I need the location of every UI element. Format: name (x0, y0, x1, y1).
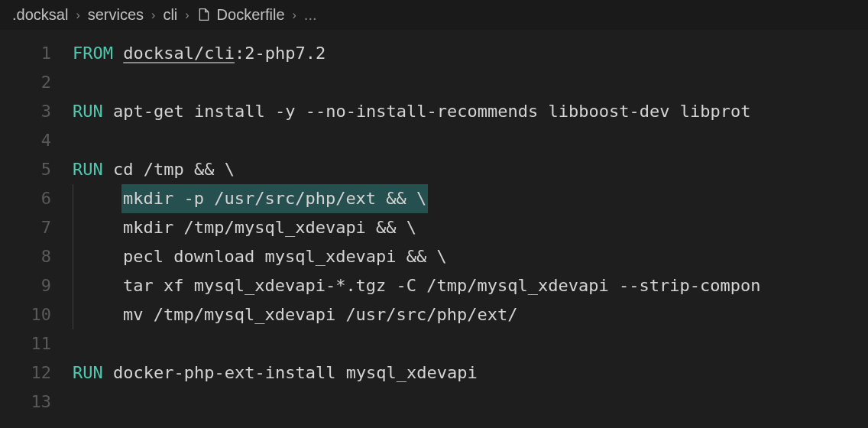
chevron-right-icon: › (293, 8, 296, 22)
line-number-gutter: 1 2 3 4 5 6 7 8 9 10 11 12 13 (0, 39, 73, 417)
line-number: 3 (0, 97, 51, 126)
line-number: 5 (0, 155, 51, 184)
breadcrumb-more[interactable]: ... (304, 6, 317, 24)
code-line[interactable] (73, 126, 868, 155)
code-line[interactable]: pecl download mysql_xdevapi && \ (73, 242, 868, 271)
shell-command: apt-get install -y --no-install-recommen… (103, 102, 751, 121)
code-content[interactable]: FROM docksal/cli:2-php7.2 RUN apt-get in… (73, 39, 868, 417)
code-line[interactable]: mv /tmp/mysql_xdevapi /usr/src/php/ext/ (73, 300, 868, 329)
breadcrumb: .docksal › services › cli › Dockerfile ›… (0, 0, 868, 30)
line-number: 11 (0, 329, 51, 358)
breadcrumb-item[interactable]: cli (163, 6, 177, 24)
keyword-run: RUN (73, 160, 103, 179)
line-number: 12 (0, 358, 51, 387)
selected-text: mkdir -p /usr/src/php/ext && \ (121, 184, 428, 213)
line-number: 13 (0, 387, 51, 417)
line-number: 7 (0, 213, 51, 242)
docker-tag: :2-php7.2 (235, 44, 326, 63)
breadcrumb-item[interactable]: .docksal (12, 6, 68, 24)
docker-image: docksal/cli (123, 44, 235, 63)
code-line[interactable] (73, 329, 868, 358)
shell-command: mv /tmp/mysql_xdevapi /usr/src/php/ext/ (123, 305, 518, 324)
breadcrumb-item[interactable]: Dockerfile (217, 6, 285, 24)
code-line[interactable]: mkdir -p /usr/src/php/ext && \ (73, 184, 868, 213)
keyword-from: FROM (73, 44, 113, 63)
code-line[interactable]: RUN apt-get install -y --no-install-reco… (73, 97, 868, 126)
keyword-run: RUN (73, 363, 103, 382)
chevron-right-icon: › (185, 8, 189, 22)
shell-command: cd /tmp && \ (103, 160, 235, 179)
code-line[interactable]: tar xf mysql_xdevapi-*.tgz -C /tmp/mysql… (73, 271, 868, 300)
chevron-right-icon: › (76, 8, 79, 22)
keyword-run: RUN (73, 102, 103, 121)
line-number: 6 (0, 184, 51, 213)
code-line[interactable]: RUN cd /tmp && \ (73, 155, 868, 184)
shell-command: docker-php-ext-install mysql_xdevapi (103, 363, 478, 382)
code-editor[interactable]: 1 2 3 4 5 6 7 8 9 10 11 12 13 FROM docks… (0, 30, 868, 417)
code-line[interactable] (73, 68, 868, 97)
chevron-right-icon: › (151, 8, 155, 22)
shell-command: pecl download mysql_xdevapi && \ (123, 247, 447, 266)
file-icon (197, 8, 211, 23)
line-number: 10 (0, 300, 51, 329)
code-line[interactable]: mkdir /tmp/mysql_xdevapi && \ (73, 213, 868, 242)
shell-command: tar xf mysql_xdevapi-*.tgz -C /tmp/mysql… (123, 276, 760, 295)
code-line[interactable] (73, 387, 868, 417)
breadcrumb-item[interactable]: services (88, 6, 144, 24)
code-line[interactable]: FROM docksal/cli:2-php7.2 (73, 39, 868, 68)
line-number: 1 (0, 39, 51, 68)
shell-command: mkdir /tmp/mysql_xdevapi && \ (123, 218, 416, 237)
code-line[interactable]: RUN docker-php-ext-install mysql_xdevapi (73, 358, 868, 387)
line-number: 2 (0, 68, 51, 97)
line-number: 8 (0, 242, 51, 271)
line-number: 4 (0, 126, 51, 155)
line-number: 9 (0, 271, 51, 300)
